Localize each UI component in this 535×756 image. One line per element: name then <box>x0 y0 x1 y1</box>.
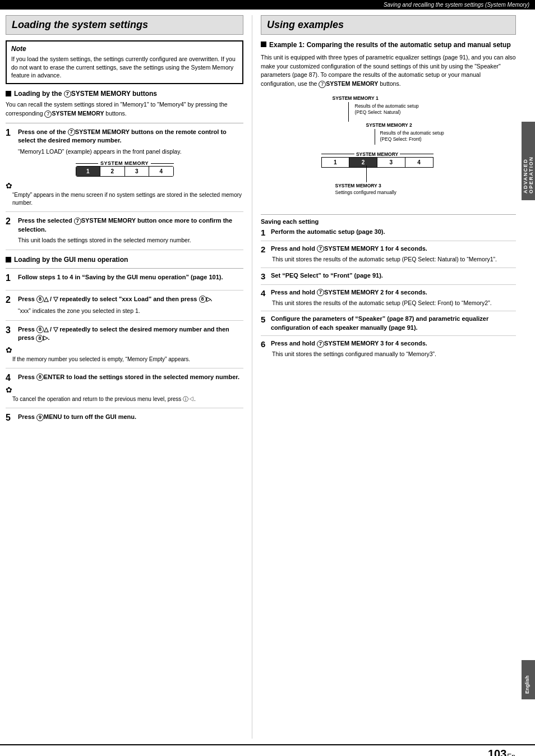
right-sidebar: ADVANCED OPERATION English <box>522 10 535 744</box>
diag-btn3[interactable]: 3 <box>377 158 405 167</box>
circle-icon-s2: 7 <box>74 218 81 225</box>
gui-step1-title: Follow steps 1 to 4 in “Saving by the GU… <box>18 273 223 282</box>
tip1-text: “Empty” appears in the menu screen if no… <box>12 191 243 207</box>
diag-mem2-label: SYSTEM MEMORY 2 <box>366 122 412 128</box>
circle-9: 9 <box>36 414 44 421</box>
gui-step2-number: 2 <box>6 295 13 305</box>
mem-btn-3[interactable]: 3 <box>125 167 150 176</box>
step2-number: 2 <box>6 216 13 227</box>
r-step2-title: Press and hold 7SYSTEM MEMORY 1 for 4 se… <box>271 245 427 253</box>
r-step1-title: Perform the automatic setup (page 30). <box>271 228 385 236</box>
gui-step5-number: 5 <box>6 413 13 423</box>
english-tab: English <box>522 660 535 699</box>
r-step-3: 3 Set “PEQ Select” to “Front” (page 91). <box>261 271 516 285</box>
step1-number: 1 <box>6 128 13 138</box>
example1-body: This unit is equipped with three types o… <box>261 53 516 89</box>
subsection2-title: Loading by the GUI menu operation <box>6 256 243 264</box>
circle-7-r2: 7 <box>317 245 324 252</box>
circle-7-icon: 7 <box>64 90 71 98</box>
diag-btn2[interactable]: 2 <box>349 158 377 167</box>
right-section-title: Using examples <box>261 15 516 35</box>
diag-mem3-label: SYSTEM MEMORY 3 <box>335 183 381 188</box>
circle-7-r4: 7 <box>317 289 324 296</box>
step-1: 1 Press one of the 7SYSTEM MEMORY button… <box>6 128 243 213</box>
r-step1-num: 1 <box>261 228 268 237</box>
gui-step3-title: Press 8△ / ▽ repeatedly to select the de… <box>18 325 243 343</box>
gui-step-5: 5 Press 9MENU to turn off the GUI menu. <box>6 413 243 430</box>
step2-body: This unit loads the settings stored in t… <box>18 236 243 245</box>
gui-step5-header: 5 Press 9MENU to turn off the GUI menu. <box>6 413 243 423</box>
page-suffix: En <box>507 753 515 756</box>
mem-btn-2[interactable]: 2 <box>100 167 125 176</box>
mem-btn-4[interactable]: 4 <box>149 167 173 176</box>
gui-step-2: 2 Press 8△ / ▽ repeatedly to select "xxx… <box>6 295 243 321</box>
circle-8d: 8 <box>36 335 43 342</box>
tip4-text: To cancel the operation and return to th… <box>12 395 243 403</box>
gui-step1-number: 1 <box>6 273 13 283</box>
circle-8: 8 <box>36 296 44 303</box>
gui-step2-body: “xxx” indicates the zone you selected in… <box>18 307 243 316</box>
gui-step4-header: 4 Press 8ENTER to load the settings stor… <box>6 373 243 383</box>
r-step1-header: 1 Perform the automatic setup (page 30). <box>261 228 516 237</box>
step1-body: “Memory1 LOAD” (example) appears in the … <box>18 147 243 156</box>
example1-title: Example 1: Comparing the results of the … <box>269 40 511 50</box>
diag-btn1[interactable]: 1 <box>322 158 350 167</box>
bullet-icon-2 <box>6 257 11 262</box>
gui-step-3: 3 Press 8△ / ▽ repeatedly to select the … <box>6 325 243 368</box>
r-step2-num: 2 <box>261 245 268 254</box>
diag-mem1-label: SYSTEM MEMORY 1 <box>333 95 379 101</box>
gui-step-1: 1 Follow steps 1 to 4 in “Saving by the … <box>6 273 243 291</box>
tip-icon-1: ✿ <box>6 181 243 190</box>
r-step2-body: This unit stores the results of the auto… <box>272 255 516 264</box>
note-text: If you load the system settings, the set… <box>11 55 238 80</box>
r-step3-header: 3 Set “PEQ Select” to “Front” (page 91). <box>261 271 516 281</box>
diag-mem2-text: Results of the automatic setup(PEQ Selec… <box>380 130 444 142</box>
diagram-container: SYSTEM MEMORY 1 Results of the automatic… <box>261 95 516 208</box>
page-number: 103 <box>488 748 506 756</box>
r-step5-title: Configure the parameters of “Speaker” (p… <box>271 315 516 332</box>
diag-mem1-text: Results of the automatic setup(PEQ Selec… <box>355 103 419 116</box>
diag-mem-label: SYSTEM MEMORY <box>356 151 398 157</box>
example1-title-wrapper: Example 1: Comparing the results of the … <box>261 40 516 50</box>
gui-step4-title: Press 8ENTER to load the settings stored… <box>18 373 239 381</box>
circle-8b: 8 <box>199 296 206 303</box>
step1-header: 1 Press one of the 7SYSTEM MEMORY button… <box>6 128 243 145</box>
diag-btn4[interactable]: 4 <box>405 158 433 167</box>
subsection1-title: Loading by the 7SYSTEM MEMORY buttons <box>6 90 243 98</box>
diag-mem3-text: Settings configured manually <box>335 190 396 195</box>
tip-icon-3: ✿ <box>6 345 243 354</box>
r-step4-header: 4 Press and hold 7SYSTEM MEMORY 2 for 4 … <box>261 288 516 298</box>
right-column: Using examples Example 1: Comparing the … <box>258 15 516 739</box>
circle-7r: 7 <box>319 81 326 88</box>
saving-title: Saving each setting <box>261 214 516 225</box>
circle-7-icon2: 7 <box>44 110 52 118</box>
r-step4-num: 4 <box>261 288 268 298</box>
r-step-4: 4 Press and hold 7SYSTEM MEMORY 2 for 4 … <box>261 288 516 312</box>
r-step2-header: 2 Press and hold 7SYSTEM MEMORY 1 for 4 … <box>261 245 516 254</box>
r-step-5: 5 Configure the parameters of “Speaker” … <box>261 315 516 336</box>
circle-8e: 8 <box>36 374 44 381</box>
r-step4-body: This unit stores the results of the auto… <box>272 299 516 308</box>
mem-btn-1-active[interactable]: 1 <box>76 167 101 176</box>
tip3-text: If the memory number you selected is emp… <box>12 356 243 363</box>
topbar-text: Saving and recalling the system settings… <box>384 2 529 8</box>
gui-step4-number: 4 <box>6 373 13 383</box>
r-step4-title: Press and hold 7SYSTEM MEMORY 2 for 4 se… <box>271 288 427 297</box>
subsection1-body: You can recall the system settings store… <box>6 100 243 118</box>
gui-step3-header: 3 Press 8△ / ▽ repeatedly to select the … <box>6 325 243 343</box>
circle-8c: 8 <box>36 326 44 333</box>
r-step-1: 1 Perform the automatic setup (page 30). <box>261 228 516 241</box>
top-bar: Saving and recalling the system settings… <box>0 0 535 10</box>
advanced-operation-tab: ADVANCED OPERATION <box>522 122 535 200</box>
circle-icon-s1: 7 <box>68 128 75 136</box>
r-step6-num: 6 <box>261 339 268 349</box>
memory-label-left: SYSTEM MEMORY <box>100 160 149 166</box>
diag-mem-buttons: 1 2 3 4 <box>321 157 433 168</box>
circle-7-r6: 7 <box>317 340 324 348</box>
gui-step1-header: 1 Follow steps 1 to 4 in “Saving by the … <box>6 273 243 283</box>
gui-step5-title: Press 9MENU to turn off the GUI menu. <box>18 413 136 421</box>
memory-buttons-left: 1 2 3 4 <box>76 166 174 177</box>
r-step6-title: Press and hold 7SYSTEM MEMORY 3 for 4 se… <box>271 339 427 348</box>
r-step6-body: This unit stores the settings configured… <box>272 350 516 359</box>
gui-step-4: 4 Press 8ENTER to load the settings stor… <box>6 373 243 409</box>
